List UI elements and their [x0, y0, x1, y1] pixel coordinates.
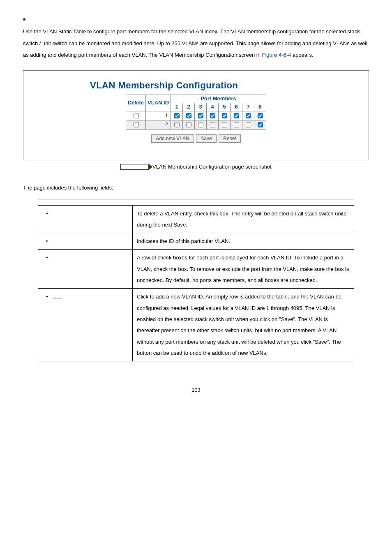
table-row: To delete a VLAN entry, check this box. …: [38, 205, 354, 233]
section-marker: ■: [23, 16, 369, 22]
field-description: Click to add a new VLAN ID. An empty row…: [133, 289, 355, 362]
port-member-checkbox[interactable]: [186, 113, 191, 118]
page-number: 103: [23, 387, 369, 394]
field-description: A row of check boxes for each port is di…: [133, 250, 355, 289]
figure-reference: Figure 4-6-4: [262, 52, 291, 58]
button-row: Add new VLAN Save Reset: [32, 134, 360, 143]
add-new-vlan-inline-button: [53, 297, 62, 298]
vlan-membership-table: Delete VLAN ID Port Members 1 2 3 4 5 6 …: [126, 95, 266, 130]
port-member-checkbox[interactable]: [258, 113, 263, 118]
port-member-checkbox[interactable]: [246, 113, 251, 118]
port-member-checkbox[interactable]: [174, 122, 180, 127]
table-row: 2: [126, 120, 266, 130]
port-member-checkbox[interactable]: [198, 113, 203, 118]
table-row: A row of check boxes for each port is di…: [38, 250, 354, 289]
delete-checkbox[interactable]: [134, 113, 139, 118]
arrow-icon: [120, 164, 149, 170]
field-description: To delete a VLAN entry, check this box. …: [133, 205, 355, 233]
port-member-checkbox[interactable]: [234, 113, 239, 118]
port-member-checkbox[interactable]: [174, 113, 180, 118]
col-vlan-id: VLAN ID: [146, 95, 171, 111]
field-object: [38, 289, 133, 362]
caption-text: VLAN Membership Configuration page scree…: [152, 164, 272, 170]
table-row: 1: [126, 111, 266, 120]
screenshot-caption: VLAN Membership Configuration page scree…: [23, 164, 369, 171]
field-object: [38, 233, 133, 250]
intro-paragraph: Use the VLAN Static Table to configure p…: [23, 26, 369, 61]
intro-text-after: appears.: [291, 52, 313, 58]
port-col-7: 7: [242, 103, 254, 111]
port-col-1: 1: [171, 103, 183, 111]
port-member-checkbox[interactable]: [222, 113, 227, 118]
fields-header-object: [38, 199, 133, 205]
port-col-2: 2: [183, 103, 195, 111]
col-delete: Delete: [126, 95, 145, 111]
fields-table: To delete a VLAN entry, check this box. …: [38, 199, 354, 363]
port-member-checkbox[interactable]: [222, 122, 227, 127]
delete-checkbox[interactable]: [134, 122, 139, 127]
fields-intro-text: The page includes the following fields:: [23, 185, 369, 192]
port-member-checkbox[interactable]: [210, 122, 215, 127]
field-description: Indicates the ID of this particular VLAN…: [133, 233, 355, 250]
screenshot-title: VLAN Membership Configuration: [90, 80, 360, 92]
port-member-checkbox[interactable]: [186, 122, 191, 127]
save-button[interactable]: Save: [196, 134, 216, 143]
col-port-members: Port Members: [171, 95, 266, 103]
vlan-id-cell: 2: [146, 120, 171, 130]
vlan-id-cell: 1: [146, 111, 171, 120]
field-object: [38, 250, 133, 289]
screenshot-box: VLAN Membership Configuration Delete VLA…: [23, 70, 369, 160]
port-col-3: 3: [195, 103, 207, 111]
port-member-checkbox[interactable]: [246, 122, 251, 127]
port-col-6: 6: [231, 103, 242, 111]
intro-text-before: Use the VLAN Static Table to configure p…: [23, 28, 367, 58]
fields-header-description: [133, 199, 355, 205]
port-col-4: 4: [207, 103, 219, 111]
port-member-checkbox[interactable]: [210, 113, 215, 118]
table-row: Indicates the ID of this particular VLAN…: [38, 233, 354, 250]
port-member-checkbox[interactable]: [258, 122, 263, 127]
port-member-checkbox[interactable]: [234, 122, 239, 127]
field-object: [38, 205, 133, 233]
reset-button[interactable]: Reset: [219, 134, 240, 143]
port-member-checkbox[interactable]: [198, 122, 203, 127]
port-col-5: 5: [219, 103, 231, 111]
add-new-vlan-button[interactable]: Add new VLAN: [151, 134, 194, 143]
table-row: Click to add a new VLAN ID. An empty row…: [38, 289, 354, 362]
port-col-8: 8: [254, 103, 266, 111]
